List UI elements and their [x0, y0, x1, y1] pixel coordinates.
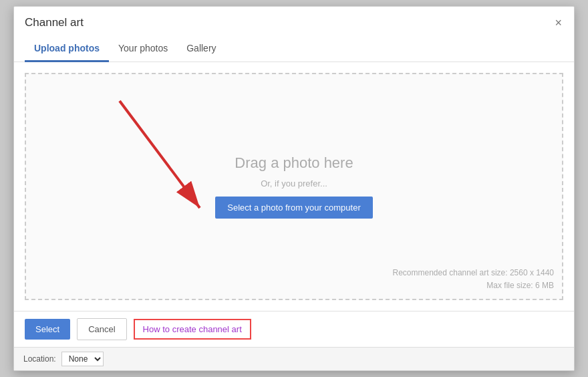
tab-gallery[interactable]: Gallery: [177, 36, 225, 62]
footer-select-button[interactable]: Select: [25, 319, 70, 340]
arrow-annotation: [106, 94, 227, 228]
drag-photo-text: Drag a photo here: [235, 154, 353, 172]
close-button[interactable]: ×: [553, 17, 563, 29]
recommended-size-text: Recommended channel art size: 2560 x 144…: [393, 267, 554, 292]
tab-your-photos[interactable]: Your photos: [109, 36, 177, 62]
dialog-footer: Select Cancel How to create channel art: [14, 311, 574, 347]
select-photo-button[interactable]: Select a photo from your computer: [215, 197, 372, 219]
dialog-header: Channel art ×: [14, 7, 574, 29]
or-prefer-text: Or, if you prefer...: [261, 178, 327, 188]
channel-art-dialog: Channel art × Upload photos Your photos …: [13, 6, 575, 371]
svg-line-1: [120, 101, 200, 208]
howto-link[interactable]: How to create channel art: [134, 319, 251, 340]
tab-upload-photos[interactable]: Upload photos: [25, 36, 109, 62]
location-bar: Location: None: [14, 347, 574, 370]
upload-drop-zone[interactable]: Drag a photo here Or, if you prefer... S…: [25, 73, 563, 300]
tabs-container: Upload photos Your photos Gallery: [14, 36, 574, 62]
dialog-title: Channel art: [25, 16, 84, 29]
location-select[interactable]: None: [61, 352, 104, 366]
location-label: Location:: [23, 354, 56, 364]
footer-cancel-button[interactable]: Cancel: [77, 318, 126, 340]
